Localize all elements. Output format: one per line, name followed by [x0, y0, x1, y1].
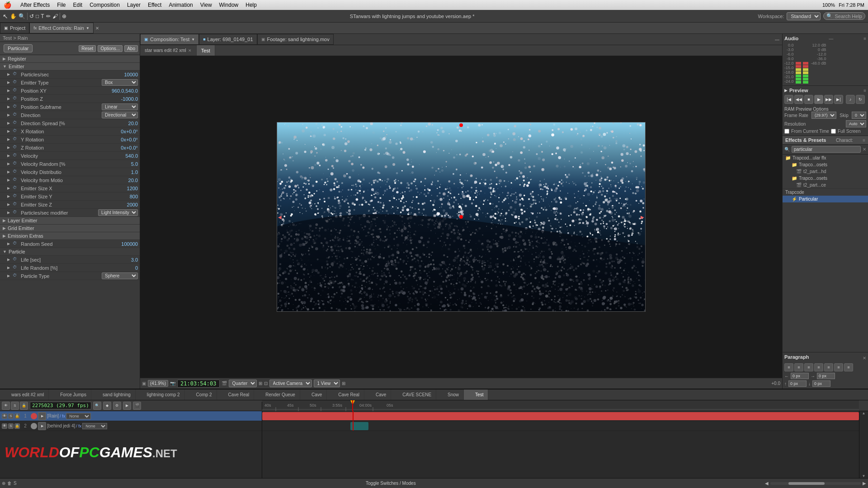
- prop-triangle[interactable]: ▶: [7, 211, 11, 215]
- align-left-button[interactable]: ≡: [784, 363, 793, 371]
- tl-eye-btn[interactable]: 👁: [2, 402, 10, 410]
- menu-composition[interactable]: Composition: [90, 2, 120, 8]
- safe-zones-icon[interactable]: ⊡: [264, 381, 268, 386]
- apple-menu[interactable]: 🍎: [4, 1, 11, 9]
- layer-eye-1[interactable]: 👁: [2, 413, 7, 419]
- tl-lock-btn[interactable]: 🔒: [20, 402, 28, 410]
- justify-right-button[interactable]: ≡: [834, 363, 843, 371]
- layer-emitter-section[interactable]: ▶ Layer Emitter: [0, 217, 140, 225]
- emission-extras-section[interactable]: ▶ Emission Extras: [0, 232, 140, 240]
- tl-tab-comp2[interactable]: Comp 2: [185, 389, 217, 400]
- prop-triangle[interactable]: ▶: [7, 274, 11, 278]
- emitter-type-select[interactable]: Box: [102, 79, 138, 86]
- panel-minimize[interactable]: —: [772, 37, 782, 42]
- framerate-select[interactable]: (29.97): [811, 112, 836, 119]
- timeline-scroll-bar[interactable]: [770, 482, 861, 485]
- layer-tab[interactable]: ■ Layer: 698_0149_01: [199, 34, 257, 45]
- menu-animation[interactable]: Animation: [169, 2, 193, 8]
- randseed-value[interactable]: 100000: [111, 241, 138, 247]
- menu-effect[interactable]: Effect: [148, 2, 161, 8]
- solo-btn[interactable]: S: [14, 481, 17, 486]
- prop-triangle[interactable]: ▶: [7, 97, 11, 101]
- velocity-value[interactable]: 540.0: [111, 153, 138, 159]
- prop-triangle[interactable]: ▶: [7, 105, 11, 109]
- parmod-select[interactable]: Light Intensity: [98, 209, 138, 216]
- add-marker-btn[interactable]: ◆: [103, 402, 111, 410]
- prop-triangle[interactable]: ▶: [7, 186, 11, 190]
- justify-left-button[interactable]: ≡: [814, 363, 823, 371]
- layer-fx-2[interactable]: / fx: [76, 424, 81, 428]
- prop-triangle[interactable]: ▶: [7, 178, 11, 182]
- particles-sec-value[interactable]: 10000: [111, 72, 138, 77]
- about-button[interactable]: Abo: [124, 45, 138, 52]
- layer-eye-2[interactable]: 👁: [2, 423, 7, 429]
- test-comp-tab[interactable]: Test: [197, 45, 215, 56]
- prop-triangle[interactable]: ▶: [7, 194, 11, 198]
- prop-triangle[interactable]: ▶: [7, 242, 11, 246]
- tl-tab-cavereal1[interactable]: Cave Real: [217, 389, 255, 400]
- layer-parent-1[interactable]: None: [66, 413, 91, 419]
- effect-controls-tab[interactable]: fx Effect Controls: Rain ▼: [29, 23, 94, 33]
- align-right-button[interactable]: ≡: [804, 363, 813, 371]
- top-handle[interactable]: [459, 123, 463, 127]
- parttype-select[interactable]: Sphere: [102, 272, 138, 279]
- space-before-input[interactable]: [788, 380, 807, 387]
- menu-layer[interactable]: Layer: [127, 2, 141, 8]
- prop-triangle[interactable]: ▶: [7, 113, 11, 117]
- prop-triangle[interactable]: ▶: [7, 129, 11, 133]
- menu-help[interactable]: Help: [245, 2, 257, 8]
- project-tab[interactable]: ▣ Project: [0, 23, 29, 33]
- ep-folder-2[interactable]: 📁 Trapco...osets: [783, 161, 868, 168]
- direction-select[interactable]: Directional: [102, 112, 138, 118]
- last-frame-button[interactable]: ▶|: [834, 95, 843, 104]
- time-display[interactable]: 21:03:54:03: [177, 380, 219, 388]
- tool-paint[interactable]: 🖌: [52, 13, 58, 19]
- layer-expand-1[interactable]: ▶: [38, 412, 46, 420]
- life-value[interactable]: 3.0: [111, 257, 138, 263]
- layer-row-2[interactable]: 👁 S 🔒 2 ▶ [behind jedi 4] / fx None: [0, 421, 262, 431]
- from-current-checkbox[interactable]: [784, 129, 789, 134]
- emzsize-value[interactable]: 2000: [111, 202, 138, 207]
- panel-close[interactable]: ✕: [95, 26, 99, 31]
- reset-button[interactable]: Reset: [79, 45, 96, 52]
- ep-item-2[interactable]: 🎬 t2_part...ce: [783, 182, 868, 188]
- layer-row-1[interactable]: 👁 S 🔒 1 ▶ [Rain] / fx None: [0, 411, 262, 421]
- grid-icon[interactable]: ⊞: [259, 381, 262, 386]
- prop-triangle[interactable]: ▶: [7, 137, 11, 141]
- snapshot-icon[interactable]: 📷: [170, 381, 175, 386]
- tl-solo-btn[interactable]: S: [11, 402, 19, 410]
- char-tab[interactable]: Charact:: [836, 138, 853, 143]
- indent-left-input[interactable]: [791, 373, 809, 379]
- dir-spread-value[interactable]: 20.0: [111, 121, 138, 126]
- space-after-input[interactable]: [812, 380, 830, 387]
- stop-button[interactable]: ■: [804, 95, 813, 104]
- tl-tab-forcejumps[interactable]: Force Jumps: [49, 389, 91, 400]
- center-handle[interactable]: [459, 215, 463, 219]
- toggle-mode-label[interactable]: Toggle Switches / Modes: [19, 481, 763, 486]
- justify-center-button[interactable]: ≡: [824, 363, 833, 371]
- view-options[interactable]: ⊞: [342, 381, 345, 386]
- tool-arrow[interactable]: ↖: [3, 13, 8, 20]
- view-select[interactable]: 1 View: [314, 380, 340, 387]
- tl-tab-warsxml[interactable]: wars edit #2 xml: [0, 389, 49, 400]
- prop-triangle[interactable]: ▶: [7, 72, 11, 76]
- register-section[interactable]: ▶ Register: [0, 55, 140, 63]
- search-help-box[interactable]: 🔍 Search Help: [823, 12, 865, 20]
- viewer[interactable]: ◀ ▶: [140, 56, 782, 378]
- ep-search-clear[interactable]: ✕: [863, 147, 866, 152]
- tl-tab-cavescene[interactable]: CAVE SCENE: [391, 389, 436, 400]
- velrnd-value[interactable]: 5.0: [111, 161, 138, 167]
- tl-tab-renderq[interactable]: Render Queue: [254, 389, 300, 400]
- options-button[interactable]: Options...: [98, 45, 123, 52]
- prop-triangle[interactable]: ▶: [7, 145, 11, 150]
- workspace-select[interactable]: Standard: [787, 12, 821, 20]
- tl-tab-lightcomp2[interactable]: lightning comp 2: [136, 389, 185, 400]
- paragraph-menu[interactable]: ✕: [863, 356, 866, 361]
- emitter-section[interactable]: ▼ Emitter: [0, 63, 140, 70]
- scroll-left-btn[interactable]: ◀: [765, 481, 769, 486]
- tl-tab-cave2[interactable]: Cave: [364, 389, 391, 400]
- particle-section[interactable]: ▼ Particle: [0, 248, 140, 256]
- play-button[interactable]: ▶: [814, 95, 823, 104]
- menu-aftereffects[interactable]: After Effects: [20, 2, 50, 8]
- layer-parent-2[interactable]: None: [82, 423, 107, 429]
